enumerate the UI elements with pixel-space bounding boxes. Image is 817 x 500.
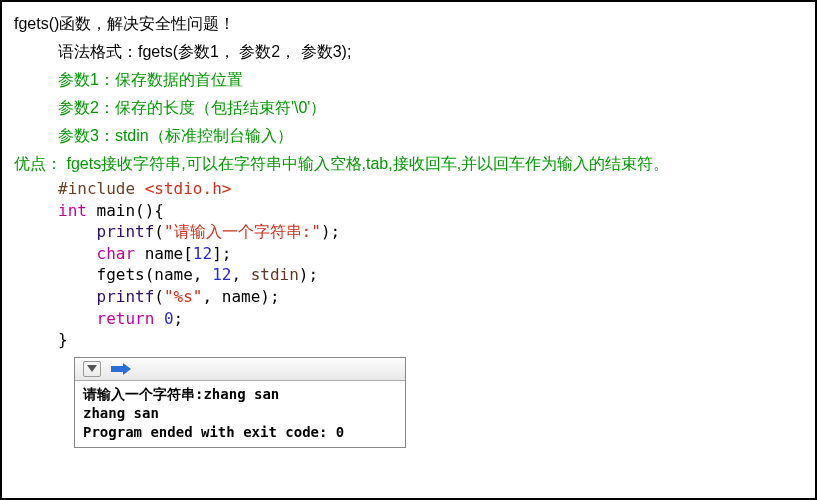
string-literal: "%s" — [164, 287, 203, 306]
title-line: fgets()函数，解决安全性问题！ — [2, 10, 815, 38]
console-output-line: Program ended with exit code: 0 — [83, 423, 397, 442]
keyword-int: int — [58, 201, 87, 220]
document-page: fgets()函数，解决安全性问题！ 语法格式：fgets(参数1， 参数2， … — [0, 0, 817, 500]
code-line-fgets: fgets(name, 12, stdin); — [58, 264, 815, 286]
console-panel: 请输入一个字符串:zhang san zhang san Program end… — [74, 357, 406, 449]
code-line-printf1: printf("请输入一个字符串:"); — [58, 221, 815, 243]
stdin-identifier: stdin — [251, 265, 299, 284]
console-body: 请输入一个字符串:zhang san zhang san Program end… — [75, 381, 405, 448]
code-line-main: int main(){ — [58, 200, 815, 222]
number-literal: 12 — [212, 265, 231, 284]
fn-printf: printf — [97, 287, 155, 306]
svg-marker-0 — [87, 365, 97, 372]
run-arrow-icon[interactable] — [111, 363, 131, 375]
code-block: #include <stdio.h> int main(){ printf("请… — [2, 178, 815, 351]
code-line-include: #include <stdio.h> — [58, 178, 815, 200]
param3-line: 参数3：stdin（标准控制台输入） — [2, 122, 815, 150]
param1-line: 参数1：保存数据的首位置 — [2, 66, 815, 94]
code-line-return: return 0; — [58, 308, 815, 330]
main-signature: main(){ — [87, 201, 164, 220]
syntax-line: 语法格式：fgets(参数1， 参数2， 参数3); — [2, 38, 815, 66]
advantage-line: 优点： fgets接收字符串,可以在字符串中输入空格,tab,接收回车,并以回车… — [2, 150, 815, 178]
string-literal: "请输入一个字符串:" — [164, 222, 321, 241]
include-header: <stdio.h> — [145, 179, 232, 198]
code-line-printf2: printf("%s", name); — [58, 286, 815, 308]
console-output-line: 请输入一个字符串:zhang san — [83, 385, 397, 404]
console-toolbar — [75, 358, 405, 381]
code-line-close: } — [58, 329, 815, 351]
include-directive: #include — [58, 179, 145, 198]
number-literal: 12 — [193, 244, 212, 263]
param2-line: 参数2：保存的长度（包括结束符'\0'） — [2, 94, 815, 122]
disclosure-triangle-icon[interactable] — [83, 361, 101, 377]
keyword-char: char — [97, 244, 136, 263]
code-line-char: char name[12]; — [58, 243, 815, 265]
console-output-line: zhang san — [83, 404, 397, 423]
number-literal: 0 — [164, 309, 174, 328]
keyword-return: return — [97, 309, 155, 328]
fn-printf: printf — [97, 222, 155, 241]
